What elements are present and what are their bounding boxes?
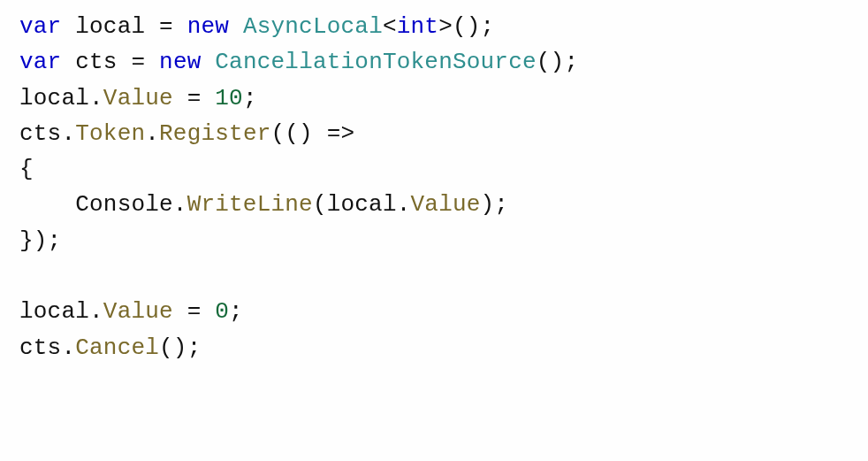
code-block: var local = new AsyncLocal<int>(); var c… xyxy=(0,0,868,374)
member-register: Register xyxy=(159,120,270,147)
identifier-cts: cts xyxy=(75,49,117,75)
member-value: Value xyxy=(411,191,481,218)
keyword-var: var xyxy=(19,13,61,40)
keyword-new: new xyxy=(159,49,201,75)
type-asynclocal: AsyncLocal xyxy=(243,13,383,40)
code-line-10: cts.Cancel(); xyxy=(19,334,201,361)
member-cancel: Cancel xyxy=(75,334,159,361)
code-line-5: { xyxy=(19,156,34,182)
member-token: Token xyxy=(75,120,145,147)
code-line-7: }); xyxy=(19,227,61,254)
number-literal: 0 xyxy=(215,298,229,325)
code-line-1: var local = new AsyncLocal<int>(); xyxy=(19,13,494,40)
code-line-2: var cts = new CancellationTokenSource(); xyxy=(19,49,578,75)
code-line-3: local.Value = 10; xyxy=(19,85,257,111)
identifier-console: Console xyxy=(75,191,173,218)
number-literal: 10 xyxy=(215,85,243,111)
member-writeline: WriteLine xyxy=(187,191,313,218)
code-line-6: Console.WriteLine(local.Value); xyxy=(19,191,508,218)
code-line-4: cts.Token.Register(() => xyxy=(19,120,354,147)
type-cancellationtokensource: CancellationTokenSource xyxy=(215,49,536,75)
member-value: Value xyxy=(103,298,173,325)
member-value: Value xyxy=(103,85,173,111)
keyword-int: int xyxy=(397,13,438,40)
keyword-new: new xyxy=(187,13,229,40)
keyword-var: var xyxy=(19,49,61,75)
code-line-9: local.Value = 0; xyxy=(19,298,243,325)
identifier-local: local xyxy=(75,13,145,40)
